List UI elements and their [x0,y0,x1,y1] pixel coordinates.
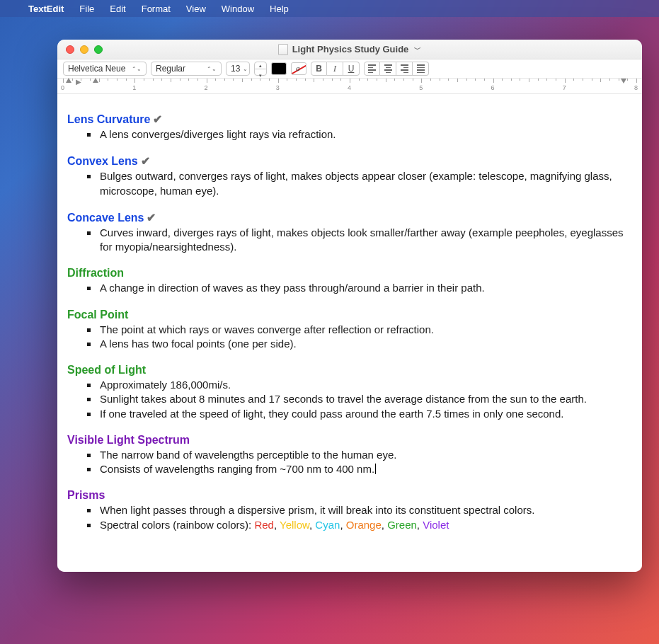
menu-window[interactable]: Window [222,4,254,14]
section-list: A change in direction of waves as they p… [67,281,632,295]
ruler-number: 3 [276,84,280,91]
font-style-select[interactable]: Regular ⌃⌄ [151,62,222,76]
highlight-color-button[interactable] [291,62,306,75]
menubar[interactable]: TextEdit File Edit Format View Window He… [0,0,659,17]
section-title[interactable]: Focal Point [67,309,632,321]
list-item[interactable]: A lens has two focal points (one per sid… [87,337,632,351]
section-title-text: Concave Lens [67,212,144,224]
step-down-icon[interactable]: ▾ [255,72,266,79]
menu-format[interactable]: Format [142,4,171,14]
ruler-number: 2 [205,84,208,91]
align-left-button[interactable] [364,62,380,76]
section-title[interactable]: Prisms [67,489,632,502]
text-color-button[interactable] [271,62,287,75]
section-title[interactable]: Convex Lens✔ [67,154,632,168]
font-size-field[interactable]: 13 ⌄ [226,62,250,76]
list-item[interactable]: Approximately 186,000mi/s. [87,378,632,392]
underline-button[interactable]: U [343,62,360,76]
font-family-value: Helvetica Neue [68,64,125,74]
section: PrismsWhen light passes through a disper… [67,489,632,532]
section-title[interactable]: Visible Light Spectrum [67,434,632,447]
ruler-number: 5 [419,84,423,91]
section-title-text: Diffraction [67,267,124,279]
chevron-down-icon[interactable]: ﹀ [414,45,421,54]
menu-help[interactable]: Help [270,4,289,14]
section-title-text: Focal Point [67,309,128,321]
section: Convex Lens✔Bulges outward, converges ra… [67,154,632,198]
spectral-color: Red [254,519,274,531]
step-up-icon[interactable]: ▴ [255,62,266,69]
ruler-number: 8 [634,84,638,91]
align-center-button[interactable] [380,62,396,76]
traffic-lights [66,45,103,54]
list-item[interactable]: A change in direction of waves as they p… [87,281,632,295]
ruler-number: 7 [563,84,566,91]
section: DiffractionA change in direction of wave… [67,267,632,295]
spectral-color: Green [387,519,417,531]
section-title-text: Prisms [67,489,105,501]
minimize-button[interactable] [80,45,88,54]
menu-view[interactable]: View [186,4,206,14]
format-toolbar: Helvetica Neue ⌃⌄ Regular ⌃⌄ 13 ⌄ ▴ ▾ B … [57,59,642,79]
section: Speed of LightApproximately 186,000mi/s.… [67,364,632,421]
document-body[interactable]: Lens Curvature✔A lens converges/diverges… [57,94,642,572]
menubar-app-name[interactable]: TextEdit [28,4,64,14]
updown-icon: ⌃⌄ [207,66,217,72]
list-item[interactable]: A lens converges/diverges light rays via… [87,127,632,142]
italic-button[interactable]: I [327,62,343,76]
ruler-number: 4 [348,84,351,91]
list-item[interactable]: Bulges outward, converges rays of light,… [87,169,632,198]
section-list: The point at which rays or waves converg… [67,323,632,352]
ruler-number: 6 [491,84,495,91]
section-title-text: Speed of Light [67,364,146,376]
section-title-text: Convex Lens [67,155,138,167]
titlebar[interactable]: Light Physics Study Guide ﹀ [57,40,642,59]
section: Concave Lens✔Curves inward, diverges ray… [67,211,632,255]
checkmark-icon: ✔ [153,113,162,125]
ruler[interactable]: 012345678▶ [57,79,642,94]
close-button[interactable] [66,45,74,54]
spectral-color: Violet [423,519,449,531]
zoom-button[interactable] [94,45,103,54]
window-title[interactable]: Light Physics Study Guide ﹀ [278,44,422,55]
align-right-button[interactable] [396,62,413,76]
list-item[interactable]: If one traveled at the speed of light, t… [87,407,632,421]
text-style-group: B I U [311,62,360,76]
align-justify-button[interactable] [413,62,429,76]
ruler-number: 0 [61,84,64,91]
alignment-group [364,62,429,76]
list-item[interactable]: Consists of wavelengths ranging from ~70… [87,462,632,476]
window-title-text: Light Physics Study Guide [292,44,409,54]
section-title[interactable]: Diffraction [67,267,632,280]
spectral-color: Yellow [280,519,309,531]
font-family-select[interactable]: Helvetica Neue ⌃⌄ [63,62,147,76]
menu-file[interactable]: File [79,4,94,14]
list-item[interactable]: When light passes through a dispersive p… [87,503,632,517]
textedit-window: Light Physics Study Guide ﹀ Helvetica Ne… [57,40,642,572]
spectral-prefix: Spectral colors (rainbow colors): [100,519,254,531]
section-title-text: Visible Light Spectrum [67,434,190,446]
list-item[interactable]: Sunlight takes about 8 minutes and 17 se… [87,392,632,406]
list-item[interactable]: The point at which rays or waves converg… [87,323,632,337]
section-list: A lens converges/diverges light rays via… [67,127,632,142]
section-list: When light passes through a dispersive p… [67,503,632,532]
font-style-value: Regular [156,64,185,74]
checkmark-icon: ✔ [147,212,156,224]
section-title-text: Lens Curvature [67,113,150,125]
list-item[interactable]: The narrow band of wavelengths perceptib… [87,448,632,462]
section-list: Approximately 186,000mi/s.Sunlight takes… [67,378,632,421]
font-size-stepper[interactable]: ▴ ▾ [254,62,267,76]
document-icon [278,44,288,55]
section-title[interactable]: Concave Lens✔ [67,211,632,224]
menu-edit[interactable]: Edit [110,4,125,14]
updown-icon: ⌃⌄ [132,66,142,72]
section-title[interactable]: Speed of Light [67,364,632,376]
list-item-spectral[interactable]: Spectral colors (rainbow colors): Red, Y… [87,518,632,532]
chevron-down-icon: ⌄ [243,66,248,72]
section-title[interactable]: Lens Curvature✔ [67,113,632,126]
bold-button[interactable]: B [311,62,327,76]
section-list: The narrow band of wavelengths perceptib… [67,448,632,477]
section: Lens Curvature✔A lens converges/diverges… [67,113,632,142]
section-list: Curves inward, diverges rays of light, m… [67,226,632,255]
list-item[interactable]: Curves inward, diverges rays of light, m… [87,226,632,255]
